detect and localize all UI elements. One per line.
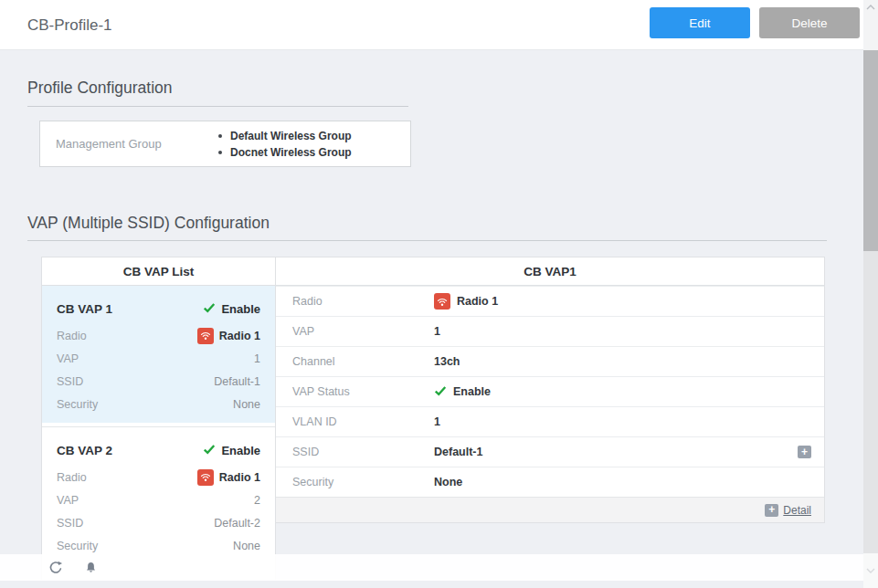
add-ssid-button[interactable]: +: [798, 446, 811, 458]
ssid-label: SSID: [57, 375, 83, 388]
vap-config-heading: VAP (Multiple SSID) Configuration: [27, 214, 270, 233]
detail-row-vlan-id: VLAN ID 1: [276, 406, 824, 436]
page-title: CB-Profile-1: [27, 0, 112, 50]
row-value-label: Radio 1: [457, 295, 498, 308]
detail-row-channel: Channel 13ch: [276, 346, 824, 376]
security-label: Security: [57, 398, 98, 411]
management-group-label: Management Group: [40, 137, 218, 151]
management-group-item-label: Docnet Wireless Group: [230, 144, 352, 161]
ssid-value: Default-2: [214, 517, 260, 530]
detail-footer: + Detail: [276, 497, 824, 522]
bell-icon[interactable]: [84, 561, 98, 575]
detail-row-vap: VAP 1: [276, 316, 824, 346]
management-group-list: Default Wireless Group Docnet Wireless G…: [218, 128, 352, 161]
detail-row-vap-status: VAP Status Enable: [276, 376, 824, 406]
row-value: None: [434, 476, 462, 488]
vap-card-title: CB VAP 2: [57, 444, 112, 457]
vap-value: 2: [254, 494, 260, 507]
scrollbar-thumb[interactable]: [863, 50, 878, 251]
vap-label: VAP: [57, 494, 79, 507]
management-group-item: Default Wireless Group: [218, 128, 352, 144]
radio-value-label: Radio 1: [219, 471, 260, 484]
row-value: Enable: [434, 385, 491, 399]
row-label: VAP: [276, 325, 434, 338]
row-label: SSID: [276, 446, 434, 458]
management-group-item-label: Default Wireless Group: [230, 128, 352, 144]
row-label: Radio: [276, 295, 434, 308]
row-value: 1: [434, 415, 440, 428]
detail-row-radio: Radio Radio 1: [276, 286, 824, 316]
wifi-icon: [197, 469, 214, 486]
section-divider: [27, 106, 408, 107]
row-value: 1: [434, 325, 440, 338]
row-value: Radio 1: [434, 293, 498, 310]
row-value-label: Enable: [453, 385, 491, 398]
check-icon: [434, 385, 447, 399]
profile-config-heading: Profile Configuration: [27, 79, 173, 98]
status-label: Enable: [221, 444, 260, 457]
check-icon: [203, 302, 216, 316]
vap-card-title: CB VAP 1: [57, 302, 112, 316]
radio-label: Radio: [57, 330, 87, 342]
section-divider: [27, 240, 827, 241]
vap-table: CB VAP List CB VAP 1 Enable Radio Radio …: [41, 257, 825, 580]
row-label: Security: [276, 476, 434, 488]
ssid-label: SSID: [57, 517, 83, 530]
management-group-item: Docnet Wireless Group: [218, 144, 352, 161]
scroll-up-arrow[interactable]: [863, 0, 878, 50]
wifi-icon: [197, 328, 214, 344]
row-label: VAP Status: [276, 385, 434, 398]
radio-value-label: Radio 1: [219, 330, 260, 342]
ssid-value: Default-1: [214, 375, 260, 388]
vertical-scrollbar: [863, 0, 878, 588]
status-badge: Enable: [203, 302, 260, 316]
vap-list-panel: CB VAP List CB VAP 1 Enable Radio Radio …: [41, 257, 276, 580]
status-badge: Enable: [203, 444, 260, 457]
edit-button[interactable]: Edit: [650, 7, 750, 38]
bottom-toolbar: [0, 554, 863, 581]
check-icon: [203, 444, 216, 457]
vap-detail-panel: CB VAP1 Radio Radio 1 VAP 1 Channel 13ch…: [276, 257, 825, 523]
delete-button[interactable]: Delete: [759, 7, 860, 38]
bullet-icon: [218, 151, 222, 154]
bullet-icon: [218, 134, 222, 138]
detail-link[interactable]: Detail: [783, 504, 811, 517]
security-value: None: [233, 540, 260, 552]
row-value: Default-1: [434, 446, 482, 458]
row-label: Channel: [276, 355, 434, 368]
security-value: None: [233, 398, 260, 411]
security-label: Security: [57, 540, 98, 552]
vap-value: 1: [254, 352, 260, 365]
vap-label: VAP: [57, 352, 79, 365]
radio-label: Radio: [57, 471, 87, 484]
refresh-icon[interactable]: [48, 560, 64, 576]
vap-list-header: CB VAP List: [42, 257, 275, 286]
row-label: VLAN ID: [276, 415, 434, 428]
radio-value: Radio 1: [197, 328, 260, 344]
detail-row-ssid: SSID Default-1 +: [276, 436, 824, 467]
vap-detail-header: CB VAP1: [276, 257, 824, 286]
plus-icon[interactable]: +: [765, 504, 778, 517]
radio-value: Radio 1: [197, 469, 260, 486]
management-group-box: Management Group Default Wireless Group …: [39, 121, 411, 167]
vap-list-item-1[interactable]: CB VAP 1 Enable Radio Radio 1 VAP 1 SSID…: [42, 286, 275, 423]
row-value: 13ch: [434, 355, 460, 368]
page-header: CB-Profile-1 Edit Delete: [0, 0, 863, 50]
status-label: Enable: [221, 302, 260, 316]
scroll-down-arrow[interactable]: [863, 553, 878, 588]
detail-row-security: Security None: [276, 467, 824, 497]
wifi-icon: [434, 293, 450, 310]
